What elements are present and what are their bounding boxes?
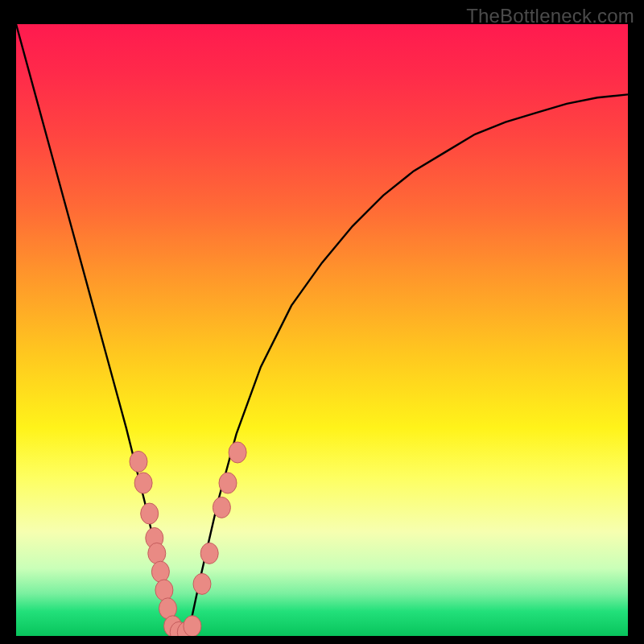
curve-marker xyxy=(193,573,211,594)
curve-marker xyxy=(134,473,152,493)
curve-marker xyxy=(229,442,246,463)
curve-marker xyxy=(184,616,201,636)
curve-marker xyxy=(151,561,169,582)
curve-marker xyxy=(213,497,230,518)
bottleneck-curve xyxy=(16,24,628,636)
curve-marker xyxy=(141,503,159,524)
curve-marker xyxy=(130,451,147,472)
chart-svg xyxy=(16,24,628,636)
curve-marker xyxy=(155,580,173,601)
curve-marker xyxy=(200,543,218,564)
curve-markers xyxy=(130,442,246,636)
chart-frame xyxy=(16,24,628,636)
curve-marker xyxy=(148,543,166,564)
curve-marker xyxy=(219,473,237,493)
